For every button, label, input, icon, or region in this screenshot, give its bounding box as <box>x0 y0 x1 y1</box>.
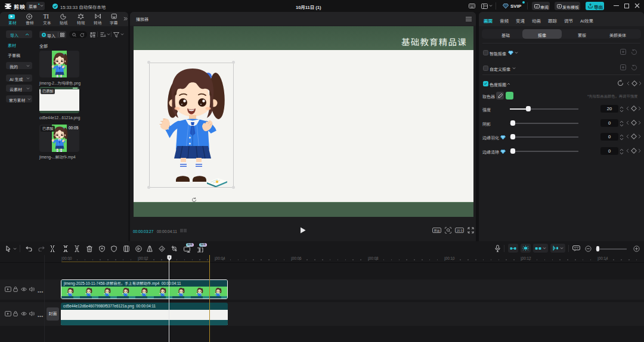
svg-text:16:9: 16:9 <box>456 229 462 232</box>
svg-text:原画: 原画 <box>434 229 439 232</box>
